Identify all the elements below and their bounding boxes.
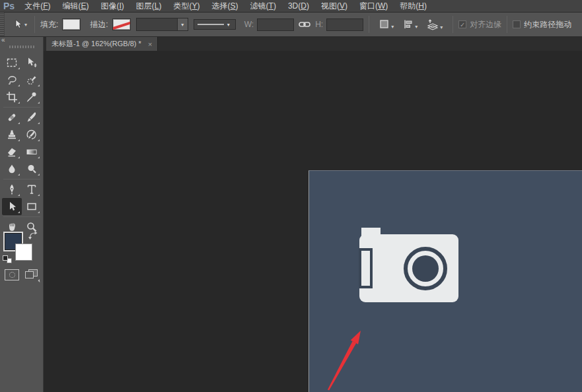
lasso-icon [6,74,18,86]
stroke-color-swatch[interactable] [112,18,131,30]
canvas-area[interactable] [44,51,582,392]
tool-pen[interactable] [2,181,22,198]
tool-eraser[interactable] [2,143,22,160]
divider [453,16,453,33]
tool-flyout-indicator [38,211,40,213]
path-operations-button[interactable]: ▾ [378,18,395,31]
align-edges-checkbox-row[interactable]: ✓ 对齐边缘 [458,19,501,30]
menu-label-part: 窗口( [359,1,378,11]
photoshop-logo: Ps [0,0,18,13]
chevron-down-icon[interactable]: ▾ [177,18,188,31]
stroke-width-dropdown[interactable]: ▾ [136,18,188,31]
default-colors-icon[interactable] [3,255,12,263]
document-canvas[interactable] [309,170,582,392]
tool-flyout-indicator [18,194,20,196]
height-label: H: [315,20,323,29]
constrain-path-drag-checkbox[interactable] [513,20,521,28]
tool-history-brush[interactable] [22,126,42,143]
shape-height-input[interactable] [326,18,363,31]
menu-label-part: 图像( [100,1,119,11]
menu-item-type[interactable]: 类型(Y) [168,0,206,13]
quick-mask-mode-button[interactable] [5,269,19,280]
menu-bar: Ps 文件(F) 编辑(E) 图像(I) 图层(L) 类型(Y) 选择(S) 滤… [0,0,582,13]
tool-lasso[interactable] [2,71,22,88]
path-arrangement-button[interactable]: ▾ [425,18,444,32]
menu-item-layer[interactable]: 图层(L) [130,0,168,13]
history-brush-icon [26,129,38,141]
menu-label-part: Y [192,1,198,11]
path-selection-cursor-icon [13,19,23,30]
panel-grip[interactable] [9,46,34,48]
type-tool-icon [26,183,38,195]
align-edges-checkbox[interactable]: ✓ [458,20,466,28]
background-color-swatch[interactable] [15,244,32,261]
options-bar-grip[interactable] [0,13,5,36]
menu-item-view[interactable]: 视图(V) [315,0,353,13]
swap-colors-icon[interactable] [28,231,38,240]
tool-eyedropper[interactable] [22,88,42,106]
quick-selection-icon [26,74,38,86]
menu-label-part: 视图( [321,1,340,11]
gradient-icon [26,146,38,158]
close-icon[interactable]: × [148,40,152,48]
eraser-icon [6,146,18,158]
screen-mode-button[interactable] [25,269,40,280]
tool-gradient[interactable] [22,143,42,160]
brush-icon [26,112,38,123]
divider [369,16,369,33]
tool-flyout-indicator [38,84,40,86]
link-dimensions-icon[interactable] [299,20,310,28]
chevron-down-icon: ▾ [415,24,418,30]
divider [3,107,40,108]
camera-body [359,234,458,302]
document-tab-strip: 未标题-1 @ 162%(RGB/8) * × [44,37,582,51]
tool-flyout-indicator [18,211,20,213]
tool-clone-stamp[interactable] [2,126,22,143]
path-alignment-button[interactable]: ▾ [402,18,419,31]
menu-item-file[interactable]: 文件(F) [18,0,56,13]
menu-item-select[interactable]: 选择(S) [206,0,244,13]
quick-mask-circle-icon [9,272,15,278]
tool-move[interactable] [22,54,42,71]
menu-label-part: ) [307,1,309,11]
camera-shape[interactable] [359,234,458,303]
tool-crop[interactable] [2,88,22,106]
menu-label-part: 文件( [24,1,43,11]
menu-label-part: ) [159,1,162,11]
divider [3,216,40,217]
menu-label-part: ) [424,1,427,11]
menu-label-part: ) [122,1,124,11]
menu-item-image[interactable]: 图像(I) [94,0,129,13]
tool-preset-picker[interactable]: ▾ [11,18,29,31]
menu-label-part: W [378,1,385,11]
spot-healing-brush-icon [6,112,18,123]
tool-spot-healing-brush[interactable] [2,109,22,126]
menu-item-window[interactable]: 窗口(W) [353,0,394,13]
menu-label-part: 3D( [288,1,301,11]
menu-item-help[interactable]: 帮助(H) [394,0,433,13]
fill-color-swatch[interactable] [62,18,81,30]
document-tab[interactable]: 未标题-1 @ 162%(RGB/8) * × [46,37,158,51]
check-icon: ✓ [460,21,465,28]
stroke-type-dropdown[interactable]: ▾ [194,19,236,30]
tool-rectangle[interactable] [22,198,42,215]
clone-stamp-icon [6,129,18,141]
tool-dodge[interactable] [22,160,42,178]
menu-label-part: ) [236,1,238,11]
tool-brush[interactable] [22,109,42,126]
constrain-path-drag-checkbox-row[interactable]: 约束路径拖动 [513,19,571,30]
blur-drop-icon [6,163,18,175]
collapse-panel-icon[interactable]: « [1,36,5,44]
tool-rectangular-marquee[interactable] [2,54,22,71]
tool-blur[interactable] [2,160,22,178]
tool-quick-selection[interactable] [22,71,42,88]
menu-item-3d[interactable]: 3D(D) [282,0,315,13]
menu-item-filter[interactable]: 滤镜(T) [244,0,282,13]
menu-item-edit[interactable]: 编辑(E) [56,0,94,13]
tool-path-selection[interactable] [2,198,22,215]
stroke-width-field[interactable] [136,18,177,31]
shape-width-input[interactable] [257,18,294,31]
stroke-label: 描边: [90,19,108,30]
move-tool-icon [26,57,38,69]
tool-horizontal-type[interactable] [22,181,42,198]
